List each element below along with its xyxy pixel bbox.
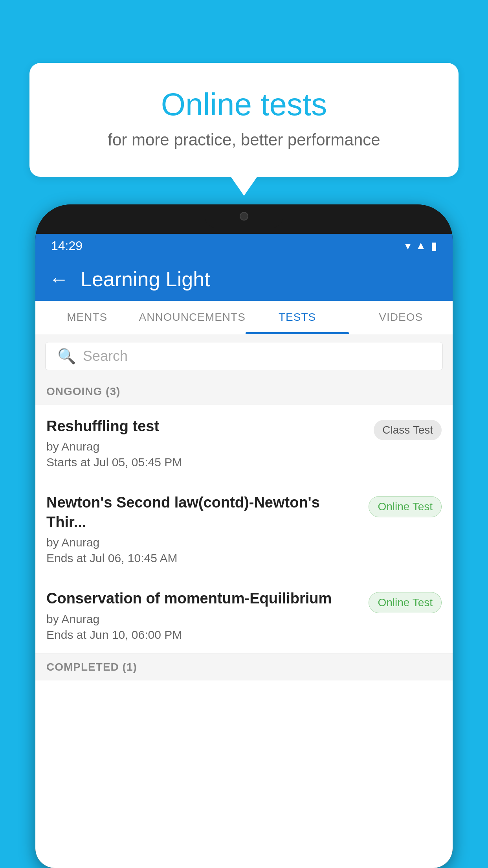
badge-class-test: Class Test — [374, 420, 442, 440]
test-title-conservation: Conservation of momentum-Equilibrium — [46, 589, 361, 608]
completed-section-header: COMPLETED (1) — [35, 654, 453, 680]
test-info-conservation: Conservation of momentum-Equilibrium by … — [46, 589, 369, 641]
tab-announcements[interactable]: ANNOUNCEMENTS — [139, 301, 246, 334]
back-button[interactable]: ← — [49, 268, 69, 291]
test-title-newtons: Newton's Second law(contd)-Newton's Thir… — [46, 493, 361, 532]
ongoing-section-header: ONGOING (3) — [35, 378, 453, 405]
speech-bubble: Online tests for more practice, better p… — [29, 63, 459, 177]
notch-area — [35, 204, 453, 234]
app-bar: ← Learning Light — [35, 257, 453, 301]
phone-screen: MENTS ANNOUNCEMENTS TESTS VIDEOS 🔍 Searc… — [35, 301, 453, 868]
test-title-reshuffling: Reshuffling test — [46, 417, 366, 436]
test-info-newtons: Newton's Second law(contd)-Newton's Thir… — [46, 493, 369, 565]
bubble-title: Online tests — [61, 86, 427, 123]
tab-ments[interactable]: MENTS — [35, 301, 139, 334]
battery-icon: ▮ — [431, 239, 437, 252]
test-item-newtons[interactable]: Newton's Second law(contd)-Newton's Thir… — [35, 481, 453, 577]
test-author-conservation: by Anurag — [46, 612, 361, 626]
tab-videos[interactable]: VIDEOS — [349, 301, 453, 334]
tabs-bar: MENTS ANNOUNCEMENTS TESTS VIDEOS — [35, 301, 453, 334]
tab-tests[interactable]: TESTS — [246, 301, 349, 334]
search-icon: 🔍 — [57, 348, 76, 365]
front-camera — [240, 212, 248, 221]
search-input[interactable]: Search — [83, 348, 128, 364]
search-bar[interactable]: 🔍 Search — [45, 342, 443, 370]
status-time: 14:29 — [51, 239, 83, 253]
badge-online-test-1: Online Test — [369, 496, 442, 517]
app-title: Learning Light — [81, 267, 210, 291]
badge-online-test-2: Online Test — [369, 592, 442, 613]
test-author-newtons: by Anurag — [46, 536, 361, 549]
test-info-reshuffling: Reshuffling test by Anurag Starts at Jul… — [46, 417, 374, 469]
test-date-newtons: Ends at Jul 06, 10:45 AM — [46, 552, 361, 565]
test-date-reshuffling: Starts at Jul 05, 05:45 PM — [46, 456, 366, 469]
status-bar: 14:29 ▾ ▲ ▮ — [35, 234, 453, 257]
test-item-conservation[interactable]: Conservation of momentum-Equilibrium by … — [35, 577, 453, 653]
notch — [205, 204, 283, 228]
phone-frame: 14:29 ▾ ▲ ▮ ← Learning Light MENTS ANNOU… — [35, 204, 453, 868]
test-author-reshuffling: by Anurag — [46, 440, 366, 453]
wifi-icon: ▾ — [405, 239, 411, 252]
test-item-reshuffling[interactable]: Reshuffling test by Anurag Starts at Jul… — [35, 405, 453, 481]
bubble-subtitle: for more practice, better performance — [61, 131, 427, 149]
signal-icon: ▲ — [415, 239, 426, 252]
search-container: 🔍 Search — [35, 334, 453, 378]
status-icons: ▾ ▲ ▮ — [405, 239, 437, 252]
test-date-conservation: Ends at Jun 10, 06:00 PM — [46, 628, 361, 642]
